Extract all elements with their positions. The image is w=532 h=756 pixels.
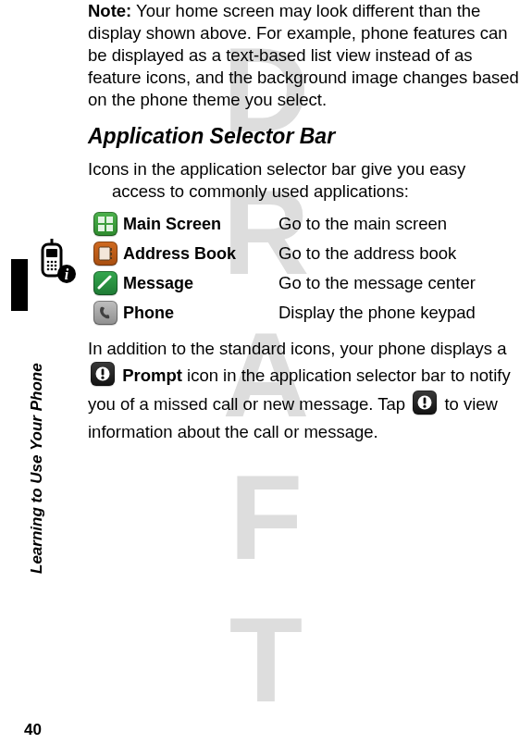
svg-rect-21 <box>110 257 112 259</box>
svg-rect-15 <box>106 217 113 223</box>
svg-text:i: i <box>65 266 69 282</box>
svg-point-7 <box>51 265 54 267</box>
prompt-icon <box>91 362 115 386</box>
svg-point-9 <box>47 268 50 271</box>
svg-rect-16 <box>98 225 105 231</box>
svg-point-5 <box>55 261 57 264</box>
prompt-lead: In addition to the standard icons, your … <box>88 339 507 358</box>
section-tab-marker <box>11 259 28 311</box>
note-text: Your home screen may look different than… <box>88 1 519 109</box>
row-description: Go to the main screen <box>278 214 447 234</box>
row-description: Go to the message center <box>278 273 476 293</box>
section-heading: Application Selector Bar <box>88 124 523 149</box>
row-label: Message <box>123 274 193 293</box>
phone-keypad-icon <box>93 301 118 325</box>
svg-point-10 <box>51 268 54 271</box>
svg-point-3 <box>47 261 50 264</box>
page-number: 40 <box>24 721 42 739</box>
svg-point-24 <box>101 377 104 379</box>
row-label: Address Book <box>123 244 236 264</box>
svg-point-4 <box>51 261 54 264</box>
svg-rect-19 <box>110 248 112 251</box>
prompt-icon <box>413 390 437 415</box>
message-icon <box>93 271 118 295</box>
table-row: Message Go to the message center <box>93 271 523 295</box>
intro-paragraph: Icons in the application selector bar gi… <box>88 158 523 203</box>
row-label: Phone <box>123 304 174 323</box>
svg-rect-18 <box>99 247 110 260</box>
row-label: Main Screen <box>123 215 221 234</box>
row-description: Go to the address book <box>278 243 456 264</box>
table-row: Main Screen Go to the main screen <box>93 212 523 236</box>
address-book-icon <box>93 242 118 266</box>
svg-rect-23 <box>102 369 105 376</box>
main-screen-icon <box>93 212 118 236</box>
section-name-vertical: Learning to Use Your Phone <box>28 122 46 333</box>
svg-point-27 <box>424 404 427 407</box>
note-label: Note: <box>88 1 131 20</box>
prompt-icon-label: Prompt <box>122 366 182 385</box>
row-description: Display the phone keypad <box>278 303 476 323</box>
svg-rect-26 <box>424 397 427 403</box>
note-paragraph: Note: Your home screen may look differen… <box>88 0 523 111</box>
prompt-paragraph: In addition to the standard icons, your … <box>88 336 523 446</box>
table-row: Phone Display the phone keypad <box>93 301 523 325</box>
svg-point-11 <box>55 268 57 271</box>
svg-rect-2 <box>46 249 57 257</box>
svg-rect-17 <box>106 225 113 231</box>
table-row: Address Book Go to the address book <box>93 242 523 266</box>
svg-point-6 <box>47 265 50 267</box>
svg-rect-20 <box>110 253 112 255</box>
svg-rect-14 <box>98 217 105 223</box>
svg-point-8 <box>55 265 57 267</box>
icon-description-table: Main Screen Go to the main screen Addres… <box>93 212 523 325</box>
